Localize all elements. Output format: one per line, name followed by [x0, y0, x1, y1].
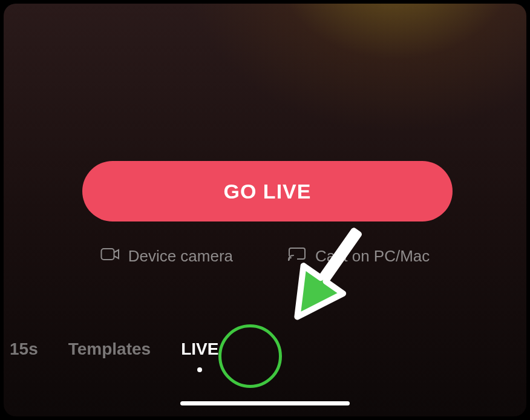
tab-live[interactable]: LIVE — [181, 340, 218, 359]
cast-pc-mac-label: Cast on PC/Mac — [315, 247, 430, 266]
camera-icon — [100, 246, 120, 267]
active-tab-indicator — [197, 367, 202, 372]
device-camera-label: Device camera — [128, 247, 233, 266]
go-live-label: GO LIVE — [224, 180, 312, 203]
svg-point-1 — [289, 259, 290, 260]
home-indicator[interactable] — [180, 401, 350, 405]
cast-pc-mac-option[interactable]: Cast on PC/Mac — [287, 246, 430, 267]
device-camera-option[interactable]: Device camera — [100, 246, 233, 267]
go-live-button[interactable]: GO LIVE — [82, 161, 453, 221]
source-row: Device camera Cast on PC/Mac — [4, 246, 526, 267]
tab-15s-label: 15s — [10, 340, 38, 358]
svg-rect-0 — [101, 249, 114, 260]
annotation-arrow — [264, 212, 385, 342]
camera-viewport: GO LIVE Device camera Cast on PC/Mac — [4, 4, 526, 416]
annotation-circle — [218, 324, 282, 388]
tab-templates-label: Templates — [68, 340, 151, 358]
tab-live-label: LIVE — [181, 340, 218, 358]
tab-templates[interactable]: Templates — [68, 340, 151, 359]
cast-icon — [287, 246, 307, 267]
mode-tab-row: 15s Templates LIVE — [10, 340, 218, 359]
tab-15s[interactable]: 15s — [10, 340, 38, 359]
